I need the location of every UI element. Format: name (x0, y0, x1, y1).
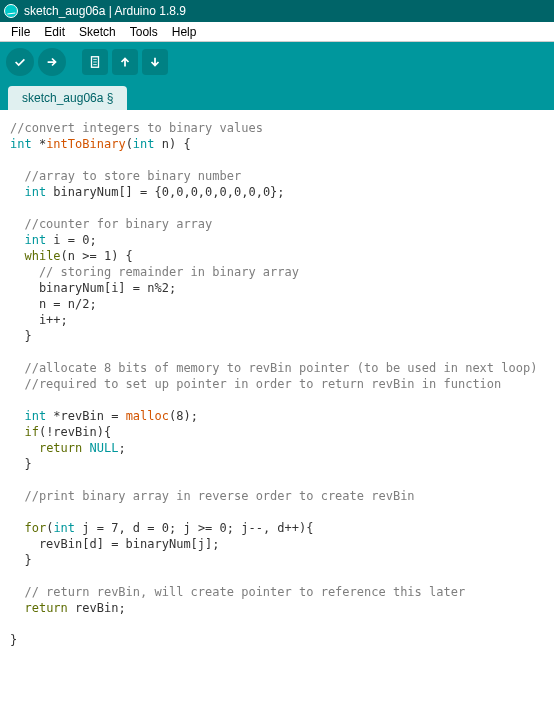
menu-tools[interactable]: Tools (123, 23, 165, 41)
code-text: ; (118, 441, 125, 455)
code-text (82, 441, 89, 455)
code-text: j = 7, d = 0; j >= 0; j--, d++){ (75, 521, 313, 535)
code-text: (n >= 1) { (61, 249, 133, 263)
code-comment: //convert integers to binary values (10, 121, 263, 135)
code-keyword: for (24, 521, 46, 535)
arrow-right-icon (45, 55, 59, 69)
arduino-logo-icon (4, 4, 18, 18)
menu-help[interactable]: Help (165, 23, 204, 41)
titlebar: sketch_aug06a | Arduino 1.8.9 (0, 0, 554, 22)
code-keyword: return (39, 441, 82, 455)
arrow-down-icon (148, 55, 162, 69)
code-text: * (32, 137, 46, 151)
code-editor[interactable]: //convert integers to binary values int … (0, 110, 554, 709)
menu-file[interactable]: File (4, 23, 37, 41)
code-text (10, 185, 24, 199)
code-comment: // return revBin, will create pointer to… (10, 585, 465, 599)
menubar: File Edit Sketch Tools Help (0, 22, 554, 42)
code-comment: //required to set up pointer in order to… (10, 377, 501, 391)
code-keyword: if (24, 425, 38, 439)
code-text: binaryNum[] = {0,0,0,0,0,0,0,0}; (46, 185, 284, 199)
code-text (10, 441, 39, 455)
code-text (10, 233, 24, 247)
window-title: sketch_aug06a | Arduino 1.8.9 (24, 4, 186, 18)
code-type: int (133, 137, 155, 151)
code-text: revBin; (68, 601, 126, 615)
code-type: int (24, 233, 46, 247)
code-comment: //allocate 8 bits of memory to revBin po… (10, 361, 537, 375)
tabbar: sketch_aug06a § (0, 82, 554, 110)
code-text: i++; (10, 313, 68, 327)
toolbar (0, 42, 554, 82)
code-func: intToBinary (46, 137, 125, 151)
code-keyword: return (24, 601, 67, 615)
code-text (10, 425, 24, 439)
code-text: } (10, 457, 32, 471)
code-text: revBin[d] = binaryNum[j]; (10, 537, 220, 551)
code-comment: //print binary array in reverse order to… (10, 489, 415, 503)
code-text (10, 521, 24, 535)
new-button[interactable] (82, 49, 108, 75)
code-comment: //counter for binary array (10, 217, 212, 231)
code-type: int (53, 521, 75, 535)
menu-edit[interactable]: Edit (37, 23, 72, 41)
code-type: int (24, 185, 46, 199)
save-button[interactable] (142, 49, 168, 75)
code-text: n) { (155, 137, 191, 151)
code-text: n = n/2; (10, 297, 97, 311)
tab-sketch[interactable]: sketch_aug06a § (8, 86, 127, 110)
menu-sketch[interactable]: Sketch (72, 23, 123, 41)
code-text: (!revBin){ (39, 425, 111, 439)
code-text (10, 601, 24, 615)
code-text: ( (126, 137, 133, 151)
arrow-up-icon (118, 55, 132, 69)
code-text: (8); (169, 409, 198, 423)
code-comment: // storing remainder in binary array (10, 265, 299, 279)
file-icon (88, 55, 102, 69)
upload-button[interactable] (38, 48, 66, 76)
code-text: } (10, 553, 32, 567)
code-keyword: while (24, 249, 60, 263)
verify-button[interactable] (6, 48, 34, 76)
code-text (10, 409, 24, 423)
code-type: int (10, 137, 32, 151)
code-null: NULL (90, 441, 119, 455)
open-button[interactable] (112, 49, 138, 75)
code-func: malloc (126, 409, 169, 423)
code-comment: //array to store binary number (10, 169, 241, 183)
tab-label: sketch_aug06a § (22, 91, 113, 105)
check-icon (13, 55, 27, 69)
code-text: *revBin = (46, 409, 125, 423)
code-text: } (10, 633, 17, 647)
code-type: int (24, 409, 46, 423)
code-text: binaryNum[i] = n%2; (10, 281, 176, 295)
code-text: } (10, 329, 32, 343)
code-text (10, 249, 24, 263)
code-text: i = 0; (46, 233, 97, 247)
